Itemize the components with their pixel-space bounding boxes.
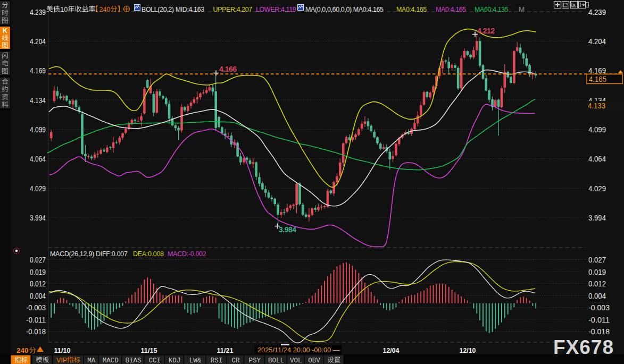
svg-text:4.064: 4.064 — [588, 154, 606, 163]
svg-text:10: 10 — [60, 6, 68, 13]
svg-text:3.994: 3.994 — [30, 213, 46, 222]
svg-text:3.994: 3.994 — [588, 213, 606, 222]
svg-text:4.134: 4.134 — [30, 96, 46, 105]
svg-text:4.212: 4.212 — [477, 27, 495, 35]
svg-text:0.019: 0.019 — [30, 267, 46, 276]
svg-text:4.239: 4.239 — [588, 7, 606, 16]
svg-text:MACD: MACD — [103, 357, 119, 364]
svg-text:-0.003: -0.003 — [588, 303, 610, 312]
svg-text:4.064: 4.064 — [30, 154, 46, 163]
svg-text:MA(0,0,0,60,0,0) MA0:4.165: MA(0,0,0,60,0,0) MA0:4.165 — [305, 6, 384, 13]
svg-text:4.099: 4.099 — [588, 125, 606, 134]
svg-text:4.204: 4.204 — [588, 37, 606, 46]
svg-text:4.029: 4.029 — [30, 184, 46, 193]
svg-text:DEA:0.008: DEA:0.008 — [133, 250, 164, 258]
svg-text:MACD(26,12,9) DIFF:0.007: MACD(26,12,9) DIFF:0.007 — [50, 250, 128, 258]
svg-text:0.019: 0.019 — [588, 267, 606, 276]
svg-text:MA60:4.135: MA60:4.135 — [475, 6, 509, 13]
svg-text:4.133: 4.133 — [588, 101, 605, 110]
svg-text:4.169: 4.169 — [30, 66, 46, 75]
svg-text:0.012: 0.012 — [588, 279, 606, 288]
svg-text:RSI: RSI — [211, 357, 223, 364]
svg-text:KDJ: KDJ — [169, 357, 181, 364]
svg-text:CCI: CCI — [149, 357, 161, 364]
svg-text:4.204: 4.204 — [30, 37, 46, 46]
svg-text:K: K — [3, 27, 7, 35]
svg-text:MA0:4.165: MA0:4.165 — [436, 6, 466, 13]
svg-text:-0.011: -0.011 — [26, 315, 46, 324]
svg-text:2025/11/24 20:00~00:00 —: 2025/11/24 20:00~00:00 — — [257, 346, 340, 354]
svg-text:4.165: 4.165 — [589, 74, 606, 83]
svg-text:VOL: VOL — [290, 357, 302, 364]
svg-text:M: M — [519, 5, 525, 13]
svg-text:OBV: OBV — [308, 357, 320, 364]
svg-text:240: 240 — [16, 346, 29, 354]
svg-text:-0.018: -0.018 — [26, 327, 46, 336]
svg-text:UPPER:4.207: UPPER:4.207 — [213, 6, 253, 13]
svg-text:4.099: 4.099 — [30, 125, 46, 134]
svg-text:LOWER:4.119: LOWER:4.119 — [256, 6, 296, 13]
svg-text:CR: CR — [231, 357, 240, 364]
svg-text:0.012: 0.012 — [30, 279, 46, 288]
svg-text:BOLL(20,2) MID:4.163: BOLL(20,2) MID:4.163 — [142, 6, 204, 13]
svg-text:12/04: 12/04 — [383, 346, 400, 354]
svg-text:BIAS: BIAS — [125, 357, 141, 364]
svg-text:-0.011: -0.011 — [588, 315, 610, 324]
svg-text:11/21: 11/21 — [217, 346, 234, 354]
svg-text:MACD:-0.002: MACD:-0.002 — [168, 250, 206, 258]
svg-text:VIP: VIP — [56, 357, 67, 364]
svg-text:240: 240 — [99, 6, 111, 13]
svg-text:12/10: 12/10 — [460, 346, 476, 354]
svg-text:0.004: 0.004 — [588, 291, 606, 300]
svg-text:4.239: 4.239 — [30, 7, 46, 16]
svg-text:0.027: 0.027 — [588, 255, 606, 264]
svg-text:0.027: 0.027 — [30, 255, 46, 264]
svg-text:4.166: 4.166 — [219, 65, 237, 73]
svg-text:4.029: 4.029 — [588, 184, 606, 193]
svg-text:3.984: 3.984 — [279, 225, 296, 234]
svg-text:11/15: 11/15 — [141, 346, 157, 354]
svg-text:BOLL: BOLL — [268, 357, 284, 364]
svg-text:LW&: LW& — [189, 357, 202, 364]
svg-text:-0.018: -0.018 — [588, 327, 610, 336]
svg-text:0.004: 0.004 — [30, 291, 46, 300]
svg-text:-0.003: -0.003 — [26, 303, 46, 312]
svg-text:MA: MA — [87, 357, 96, 364]
svg-text:PSY: PSY — [249, 357, 261, 364]
svg-text:11/10: 11/10 — [54, 346, 71, 354]
svg-text:MA0:4.165: MA0:4.165 — [396, 6, 427, 13]
